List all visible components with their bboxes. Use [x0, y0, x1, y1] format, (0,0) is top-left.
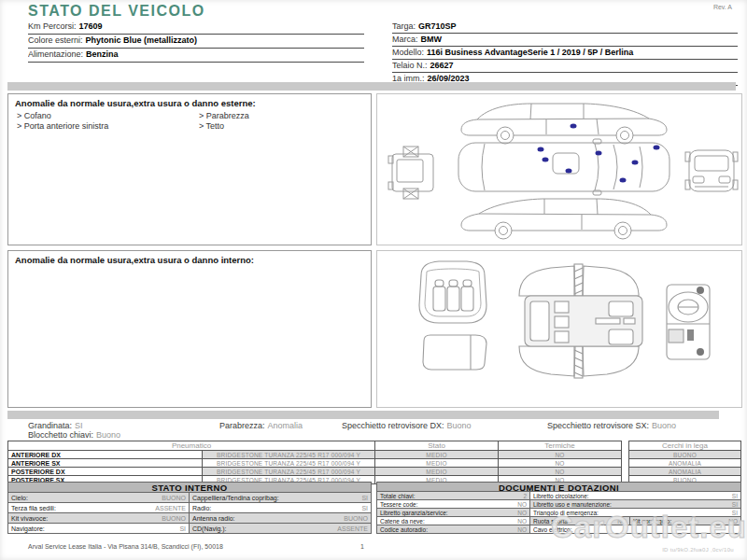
- damage-dot: [620, 178, 627, 183]
- field-blocchetto-chiavi: Blocchetto chiavi:Buono: [28, 430, 120, 440]
- field-targa: Targa:GR710SP: [392, 21, 738, 34]
- field-tessere-code: Tessere code:NO: [376, 500, 530, 509]
- field-navigatore: Navigatore:SI: [7, 524, 190, 534]
- footer-page-number: 1: [360, 543, 364, 550]
- field-km-percorsi: Km Percorsi:17609: [28, 21, 364, 35]
- field-marca: Marca:BMW: [392, 34, 738, 47]
- table-row: Navigatore:SI CD(Navig.):ASSENTE: [7, 524, 372, 534]
- vehicle-info-right: Targa:GR710SP Marca:BMW Modello:116i Bus…: [392, 21, 738, 86]
- anomaly-item: > Tetto: [199, 121, 249, 132]
- field-cd-navig: CD(Navig.):ASSENTE: [190, 524, 372, 534]
- exterior-car-diagram: [377, 94, 741, 245]
- field-codice-autoradio: Codice autoradio:NO: [376, 525, 530, 534]
- table-row: Kit vivavoce:BUONO Antenna radio:BUONO: [7, 513, 372, 524]
- field-catene-neve: Catene da neve:NO: [376, 517, 530, 525]
- exterior-diagram-box: [376, 93, 742, 245]
- caroutlet-watermark: CarOutlet.eu: [551, 510, 747, 545]
- interior-anomalies-title: Anomalie da normale usura,extra usura o …: [15, 255, 371, 265]
- exterior-anomalies-list: > Cofano > Porta anteriore sinistra > Pa…: [17, 111, 371, 132]
- anomaly-item: > Cofano: [17, 111, 199, 121]
- field-alimentazione: Alimentazione:Benzina: [28, 49, 364, 63]
- tire-table: Pneumatico Stato Termiche Cerchi in lega…: [7, 441, 741, 485]
- field-telaio: Telaio N.:26627: [392, 60, 738, 73]
- exterior-anomalies-box: Anomalie da normale usura,extra usura o …: [7, 93, 372, 245]
- field-specchietto-dx: Specchietto retrovisore DX:Buono: [342, 421, 472, 430]
- field-kit-vivavoce: Kit vivavoce:BUONO: [7, 513, 190, 524]
- table-row: Terza fila sedili:ASSENTE Radio:SI: [7, 503, 372, 513]
- damage-dot: [596, 151, 602, 156]
- field-modello: Modello:116i Business AdvantageSerie 1 /…: [392, 47, 738, 60]
- damage-dot: [654, 146, 660, 150]
- field-cielo: Cielo:BUONO: [7, 493, 190, 503]
- stato-interno-header: STATO INTERNO: [7, 482, 372, 493]
- damage-dot: [571, 124, 577, 129]
- field-radio: Radio:SI: [190, 503, 372, 513]
- field-grandinata: Grandinata:SI: [28, 421, 83, 430]
- documenti-header: DOCUMENTI E DOTAZIONI: [376, 482, 741, 492]
- table-row: Tessere code:NO Libretto uso e manutenzi…: [376, 500, 741, 509]
- field-libretto-uso: Libretto uso e manutenzione:SI: [530, 500, 741, 509]
- revision-label: Rev. A: [713, 4, 732, 10]
- footer-company-address: Arval Service Lease Italia - Via Pisana …: [28, 543, 223, 550]
- damage-dot: [538, 147, 544, 152]
- separator-band: [7, 82, 736, 91]
- field-antenna-radio: Antenna radio:BUONO: [190, 513, 372, 524]
- separator-band: [7, 411, 719, 419]
- field-specchietto-sx: Specchietto retrovisore SX:Buono: [547, 421, 676, 430]
- vehicle-report-page: STATO DEL VEICOLO Rev. A Km Percorsi:176…: [0, 0, 747, 560]
- table-row: Totale chiavi:2 Libretto circolazione:SI: [376, 492, 741, 500]
- field-libretto-circolazione: Libretto circolazione:SI: [530, 492, 741, 500]
- field-terza-fila: Terza fila sedili:ASSENTE: [7, 503, 190, 513]
- field-colore-esterni: Colore esterni:Phytonic Blue (metallizza…: [28, 35, 364, 49]
- interior-anomalies-box: Anomalie da normale usura,extra usura o …: [7, 250, 372, 408]
- damage-dot: [632, 161, 639, 165]
- anomaly-item: > Parabrezza: [199, 111, 249, 121]
- field-libretto-garanzia: Libretto garanzia/service:NO: [376, 509, 530, 517]
- damage-dot: [566, 169, 572, 174]
- exterior-anomalies-title: Anomalie da normale usura,extra usura o …: [15, 98, 371, 108]
- damage-dot: [543, 158, 549, 162]
- field-parabrezza: Parabrezza:Anomalia: [219, 421, 303, 430]
- anomaly-item: > Porta anteriore sinistra: [17, 121, 199, 132]
- vehicle-info-left: Km Percorsi:17609 Colore esterni:Phytoni…: [28, 21, 364, 63]
- footer-document-id: ID tu/9kO.2fua0J ,0cv/10u: [662, 547, 734, 553]
- field-totale-chiavi: Totale chiavi:2: [376, 492, 530, 500]
- page-title: STATO DEL VEICOLO: [28, 3, 205, 20]
- table-row: Cielo:BUONO Cappelliera/Tendina copribag…: [7, 493, 372, 503]
- stato-interno-table: STATO INTERNO Cielo:BUONO Cappelliera/Te…: [7, 482, 372, 534]
- interior-diagram-box: [376, 250, 742, 408]
- field-cappelliera: Cappelliera/Tendina copribag:SI: [190, 493, 372, 503]
- interior-car-diagram: [377, 251, 741, 407]
